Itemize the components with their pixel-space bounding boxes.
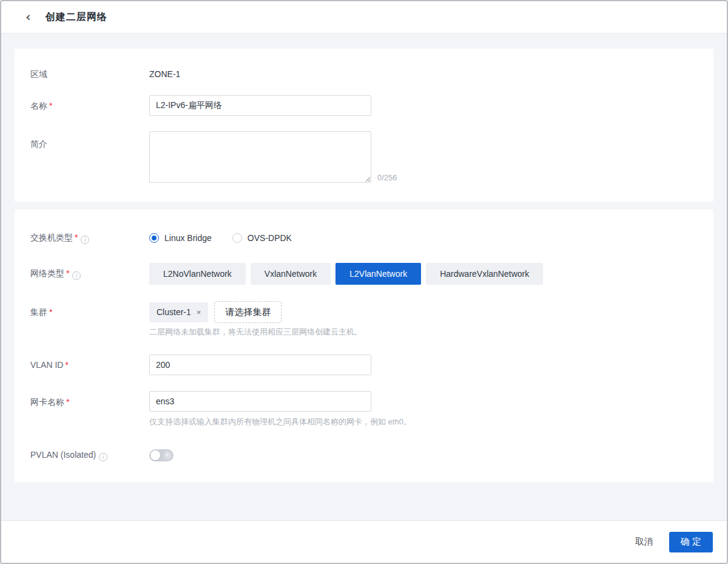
radio-icon bbox=[149, 233, 159, 243]
cluster-tag-label: Cluster-1 bbox=[157, 307, 191, 317]
zone-value: ZONE-1 bbox=[149, 69, 698, 80]
zone-label: 区域 bbox=[30, 69, 149, 80]
name-input[interactable] bbox=[149, 95, 371, 116]
nic-name-label: 网卡名称* bbox=[30, 391, 149, 407]
toggle-off-icon: × bbox=[163, 451, 172, 460]
create-l2-network-page: ‹ 创建二层网络 区域 ZONE-1 名称* 简介 bbox=[0, 0, 728, 564]
vlan-id-input[interactable] bbox=[149, 355, 371, 375]
info-icon[interactable]: i bbox=[72, 271, 81, 280]
required-mark: * bbox=[49, 101, 52, 110]
switch-type-row: 交换机类型*i Linux Bridge OVS-DPDK bbox=[30, 232, 698, 244]
description-label: 简介 bbox=[30, 131, 149, 149]
page-footer: 取消 确 定 bbox=[1, 520, 727, 563]
nic-name-input[interactable] bbox=[149, 391, 371, 412]
network-type-row: 网络类型*i L2NoVlanNetwork VxlanNetwork L2Vl… bbox=[30, 263, 698, 285]
network-config-card: 交换机类型*i Linux Bridge OVS-DPDK 网络类型*i bbox=[15, 209, 713, 482]
pvlan-row: PVLAN (Isolated)i × bbox=[30, 449, 698, 461]
radio-linux-bridge[interactable]: Linux Bridge bbox=[149, 233, 212, 243]
select-cluster-button[interactable]: 请选择集群 bbox=[214, 301, 281, 323]
switch-type-label: 交换机类型*i bbox=[30, 232, 149, 244]
cancel-button[interactable]: 取消 bbox=[635, 536, 653, 548]
page-title: 创建二层网络 bbox=[46, 11, 107, 24]
name-label: 名称* bbox=[30, 100, 149, 111]
cluster-helper-text: 二层网络未加载集群，将无法使用相应三层网络创建云主机。 bbox=[149, 327, 698, 338]
network-type-label: 网络类型*i bbox=[30, 268, 149, 280]
info-icon[interactable]: i bbox=[99, 453, 107, 461]
zone-row: 区域 ZONE-1 bbox=[30, 69, 698, 80]
vlan-id-row: VLAN ID* bbox=[30, 355, 698, 375]
required-mark: * bbox=[66, 397, 69, 407]
confirm-button[interactable]: 确 定 bbox=[669, 532, 713, 552]
toggle-knob bbox=[150, 450, 160, 460]
nic-name-row: 网卡名称* 仅支持选择或输入集群内所有物理机之间具体相同名称的网卡，例如 eth… bbox=[30, 391, 698, 427]
nettype-hardwarevxlan-button[interactable]: HardwareVxlanNetwork bbox=[426, 263, 543, 285]
radio-icon bbox=[232, 233, 242, 243]
basic-info-card: 区域 ZONE-1 名称* 简介 0/256 bbox=[15, 49, 713, 202]
nic-helper-text: 仅支持选择或输入集群内所有物理机之间具体相同名称的网卡，例如 eth0。 bbox=[149, 416, 698, 427]
description-row: 简介 0/256 bbox=[30, 131, 698, 183]
pvlan-toggle[interactable]: × bbox=[149, 449, 174, 461]
pvlan-label: PVLAN (Isolated)i bbox=[30, 449, 149, 461]
cluster-label: 集群* bbox=[30, 301, 149, 318]
required-mark: * bbox=[49, 307, 52, 317]
vlan-id-label: VLAN ID* bbox=[30, 359, 149, 370]
nettype-l2vlan-button[interactable]: L2VlanNetwork bbox=[335, 263, 421, 285]
nettype-vxlan-button[interactable]: VxlanNetwork bbox=[251, 263, 331, 285]
radio-ovs-dpdk[interactable]: OVS-DPDK bbox=[232, 233, 292, 243]
tag-close-icon[interactable]: × bbox=[197, 308, 201, 317]
cluster-row: 集群* Cluster-1 × 请选择集群 二层网络未加载集群，将无法使用相应三… bbox=[30, 301, 698, 338]
page-header: ‹ 创建二层网络 bbox=[1, 1, 727, 33]
required-mark: * bbox=[75, 233, 78, 242]
network-type-options: L2NoVlanNetwork VxlanNetwork L2VlanNetwo… bbox=[149, 263, 698, 285]
form-content: 区域 ZONE-1 名称* 简介 0/256 bbox=[1, 33, 727, 520]
cluster-tag: Cluster-1 × bbox=[149, 302, 208, 322]
info-icon[interactable]: i bbox=[81, 236, 89, 244]
nettype-l2novlan-button[interactable]: L2NoVlanNetwork bbox=[149, 263, 246, 285]
required-mark: * bbox=[65, 360, 68, 370]
required-mark: * bbox=[66, 268, 69, 278]
name-row: 名称* bbox=[30, 95, 698, 116]
switch-type-options: Linux Bridge OVS-DPDK bbox=[149, 233, 698, 243]
char-counter: 0/256 bbox=[377, 173, 397, 183]
back-icon[interactable]: ‹ bbox=[25, 11, 31, 23]
description-textarea[interactable] bbox=[149, 131, 371, 183]
